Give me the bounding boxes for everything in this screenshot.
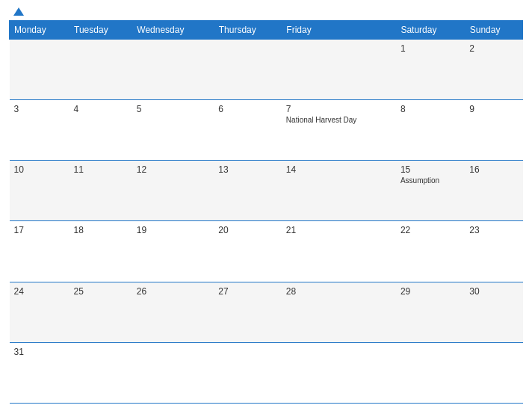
day-number: 15 [400,164,460,175]
calendar-cell [214,342,282,403]
day-number: 17 [14,225,65,235]
calendar-cell: 13 [214,161,282,221]
calendar-week-row: 24252627282930 [10,282,523,342]
day-number: 4 [74,104,128,114]
calendar-cell [282,342,396,403]
calendar-week-row: 31 [10,342,523,403]
day-number: 31 [14,347,65,357]
calendar-cell [214,40,282,100]
calendar-week-row: 34567National Harvest Day89 [10,100,523,161]
calendar-week-row: 12 [10,40,523,100]
logo [13,7,25,16]
calendar-cell: 27 [214,282,282,342]
day-number: 24 [14,286,65,297]
weekday-header-sunday: Sunday [465,21,522,40]
day-number: 10 [14,164,65,175]
calendar-cell: 5 [132,100,214,161]
calendar-cell: 9 [465,100,522,161]
day-number: 2 [469,43,518,54]
page-header [0,0,532,20]
day-number: 18 [74,225,128,235]
weekday-header-saturday: Saturday [396,21,465,40]
day-number: 3 [14,104,65,114]
calendar-cell: 15Assumption [396,161,465,221]
calendar-cell: 11 [69,161,132,221]
weekday-header-tuesday: Tuesday [69,21,132,40]
calendar-cell: 30 [465,282,522,342]
day-number: 5 [137,104,209,114]
calendar-cell: 16 [465,161,522,221]
calendar-cell: 20 [214,221,282,282]
calendar-cell [132,40,214,100]
day-number: 7 [286,104,392,114]
calendar-cell: 24 [10,282,69,342]
event-label: Assumption [400,176,460,185]
calendar-cell: 25 [69,282,132,342]
calendar-week-row: 101112131415Assumption16 [10,161,523,221]
weekday-header-wednesday: Wednesday [132,21,214,40]
calendar-cell [282,40,396,100]
calendar-cell: 8 [396,100,465,161]
calendar-cell: 14 [282,161,396,221]
day-number: 11 [74,164,128,175]
weekday-header-monday: Monday [10,21,69,40]
calendar-cell: 7National Harvest Day [282,100,396,161]
calendar-table: MondayTuesdayWednesdayThursdayFridaySatu… [9,20,523,404]
calendar-cell [396,342,465,403]
calendar-cell [10,40,69,100]
day-number: 25 [74,286,128,297]
calendar-cell: 29 [396,282,465,342]
calendar-cell: 1 [396,40,465,100]
weekday-header-thursday: Thursday [214,21,282,40]
day-number: 1 [400,43,460,54]
calendar-cell: 2 [465,40,522,100]
calendar-cell [465,342,522,403]
calendar-cell: 4 [69,100,132,161]
calendar-week-row: 17181920212223 [10,221,523,282]
calendar-cell: 26 [132,282,214,342]
event-label: National Harvest Day [286,116,392,125]
day-number: 19 [137,225,209,235]
day-number: 12 [137,164,209,175]
day-number: 29 [400,286,460,297]
calendar-cell [132,342,214,403]
calendar-cell: 18 [69,221,132,282]
calendar-cell: 22 [396,221,465,282]
day-number: 16 [469,164,518,175]
day-number: 27 [218,286,277,297]
calendar-cell: 19 [132,221,214,282]
day-number: 9 [469,104,518,114]
calendar-cell: 21 [282,221,396,282]
day-number: 14 [286,164,392,175]
calendar-cell: 23 [465,221,522,282]
day-number: 6 [218,104,277,114]
day-number: 21 [286,225,392,235]
calendar-cell: 12 [132,161,214,221]
day-number: 8 [400,104,460,114]
day-number: 26 [137,286,209,297]
calendar-wrapper: MondayTuesdayWednesdayThursdayFridaySatu… [0,20,532,411]
calendar-cell: 10 [10,161,69,221]
weekday-header-row: MondayTuesdayWednesdayThursdayFridaySatu… [10,21,523,40]
calendar-cell: 3 [10,100,69,161]
calendar-cell [69,342,132,403]
day-number: 13 [218,164,277,175]
day-number: 20 [218,225,277,235]
weekday-header-friday: Friday [282,21,396,40]
day-number: 23 [469,225,518,235]
calendar-cell: 6 [214,100,282,161]
calendar-cell: 17 [10,221,69,282]
logo-triangle-icon [13,7,24,16]
day-number: 22 [400,225,460,235]
calendar-cell [69,40,132,100]
logo-blue-text [13,7,25,16]
calendar-cell: 31 [10,342,69,403]
day-number: 28 [286,286,392,297]
calendar-cell: 28 [282,282,396,342]
day-number: 30 [469,286,518,297]
